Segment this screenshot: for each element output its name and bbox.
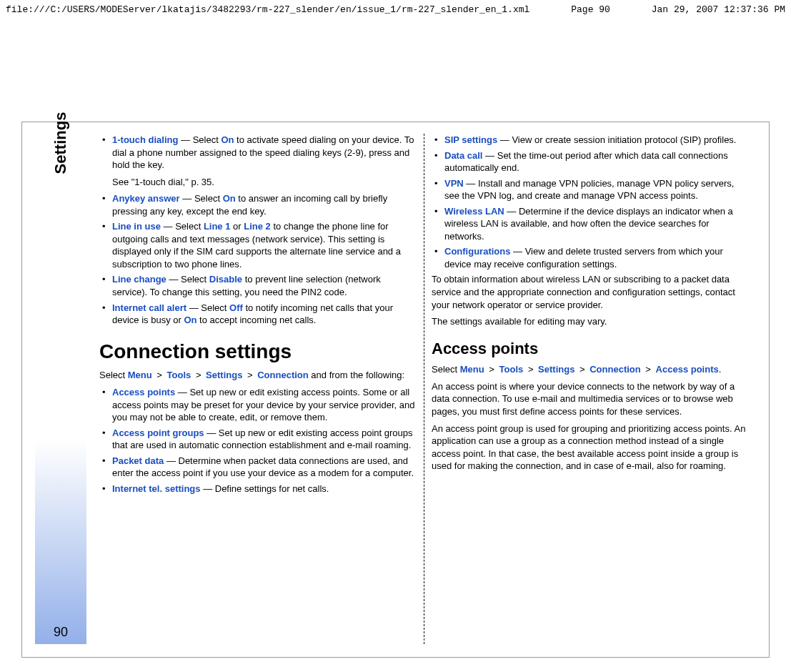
list-item: Internet tel. settings — Define settings… [99,483,417,495]
list-item: VPN — Install and manage VPN policies, m… [432,177,749,202]
text: and from the following: [311,370,404,380]
heading-access-points: Access points [432,338,749,360]
nav-part: Tools [167,370,191,380]
page-number: 90 [54,625,68,640]
term: Anykey answer [112,193,180,204]
nav-part: Connection [257,370,309,380]
keyword: Line 1 [204,221,231,232]
nav-path: Select Menu > Tools > Settings > Connect… [99,369,417,382]
list-item: Line in use — Select Line 1 or Line 2 to… [99,220,417,270]
text: — Select [161,221,204,232]
nav-path: Select Menu > Tools > Settings > Connect… [432,363,749,376]
nav-part: Access points [656,364,719,375]
term: Packet data [112,455,164,466]
chevron-icon: > [245,370,255,380]
list-item: Line change — Select Disable to prevent … [99,273,417,298]
text: to accept incoming net calls. [197,315,317,325]
page-gutter: Settings 90 [35,134,86,644]
keyword: On [221,134,234,145]
settings-list-3: SIP settings — View or create session in… [432,134,749,270]
paragraph: An access point group is used for groupi… [432,423,749,473]
text: — Install and manage VPN policies, manag… [444,178,734,202]
chevron-icon: > [526,364,536,375]
paragraph: An access point is where your device con… [432,380,749,418]
page-body: Settings 90 1-touch dialing — Select On … [21,122,770,658]
list-item: Internet call alert — Select Off to noti… [99,302,417,327]
settings-list-2: Access points — Set up new or edit exist… [99,386,417,495]
settings-list-1: 1-touch dialing — Select On to activate … [99,134,417,327]
side-section-label: Settings [51,112,70,174]
term: VPN [444,178,464,189]
list-item: Data call — Set the time-out period afte… [432,149,749,174]
nav-part: Menu [128,370,152,380]
chevron-icon: > [154,370,164,380]
nav-part: Connection [589,364,641,375]
nav-part: Settings [538,364,574,375]
text: Select [99,370,128,380]
keyword: Disable [209,274,242,285]
keyword: Off [229,302,243,313]
term: Configurations [444,246,510,257]
text: — Select [186,302,229,313]
paragraph: To obtain information about wireless LAN… [432,273,749,311]
print-header: file:///C:/USERS/MODEServer/lkatajis/348… [0,0,791,18]
text: See "1-touch dial," p. 35. [112,176,417,189]
list-item: 1-touch dialing — Select On to activate … [99,134,417,188]
list-item: Anykey answer — Select On to answer an i… [99,192,417,217]
term: SIP settings [444,134,497,145]
chevron-icon: > [643,364,653,375]
term: 1-touch dialing [112,134,178,145]
term: Wireless LAN [444,206,504,217]
paragraph: The settings available for editing may v… [432,315,749,328]
text: — Define settings for net calls. [201,483,329,494]
column-right: SIP settings — View or create session in… [424,134,756,644]
text: . [719,364,722,375]
header-page: Page 90 [571,4,610,15]
text: — View or create session initiation prot… [497,134,736,145]
nav-part: Settings [206,370,242,380]
list-item: Access points — Set up new or edit exist… [99,386,417,424]
list-item: Packet data — Determine when packet data… [99,455,417,480]
term: Internet call alert [112,302,186,313]
list-item: Wireless LAN — Determine if the device d… [432,205,749,243]
keyword: On [223,193,236,204]
list-item: SIP settings — View or create session in… [432,134,749,147]
text: or [230,221,244,232]
term: Access points [112,387,175,397]
chevron-icon: > [577,364,587,375]
text: — Select [178,134,221,145]
term: Line change [112,274,166,285]
term: Line in use [112,221,161,232]
text: Select [432,364,460,375]
chevron-icon: > [487,364,497,375]
content-columns: 1-touch dialing — Select On to activate … [92,134,756,644]
header-timestamp: Jan 29, 2007 12:37:36 PM [652,4,785,15]
nav-part: Tools [499,364,524,375]
column-left: 1-touch dialing — Select On to activate … [92,134,424,644]
text: — Select [180,193,223,204]
list-item: Configurations — View and delete trusted… [432,245,749,270]
keyword: Line 2 [244,221,271,232]
keyword: On [184,315,196,325]
list-item: Access point groups — Set up new or edit… [99,427,417,452]
term: Internet tel. settings [112,483,201,494]
text: — Select [166,274,209,285]
heading-connection-settings: Connection settings [99,338,417,365]
term: Access point groups [112,428,204,438]
term: Data call [444,150,482,161]
chevron-icon: > [194,370,204,380]
header-path: file:///C:/USERS/MODEServer/lkatajis/348… [6,4,529,15]
text: — Set the time-out period after which da… [444,150,728,174]
nav-part: Menu [460,364,484,375]
